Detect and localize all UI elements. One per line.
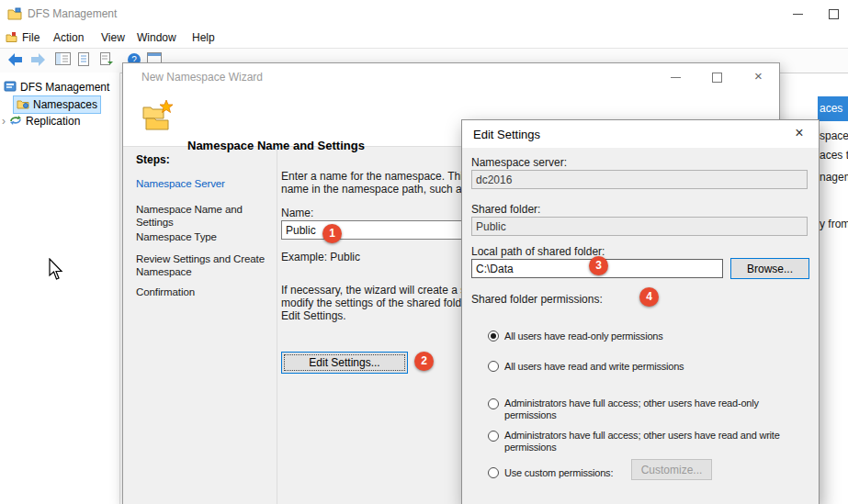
annotation-badge-1: 1: [322, 224, 342, 243]
shared-folder-label: Shared folder:: [471, 203, 540, 216]
mouse-cursor: [49, 258, 63, 283]
wizard-titlebar: New Namespace Wizard ×: [123, 63, 779, 91]
tree-item-namespaces[interactable]: Namespaces: [13, 95, 101, 114]
customize-button: Customize...: [631, 459, 712, 480]
console-menu-icon: [6, 31, 17, 46]
chevron-right-icon[interactable]: ›: [2, 116, 6, 127]
name-label: Name:: [281, 207, 313, 219]
export-list-icon[interactable]: [99, 52, 116, 68]
permissions-label: Shared folder permissions:: [471, 293, 603, 306]
radio-read-only[interactable]: [488, 330, 499, 342]
tree-item-dfs-management[interactable]: DFS Management: [4, 79, 109, 95]
details-text-fragment: aces t...: [820, 149, 848, 162]
annotation-badge-3: 3: [589, 256, 608, 275]
wizard-steps-panel: Steps: Namespace Server Namespace Name a…: [123, 146, 277, 504]
wizard-close-button[interactable]: ×: [738, 63, 779, 91]
edit-settings-dialog: Edit Settings × Namespace server: Shared…: [461, 119, 820, 504]
forward-icon[interactable]: [29, 52, 46, 68]
annotation-badge-2: 2: [414, 352, 434, 371]
step-confirmation: Confirmation: [136, 286, 272, 298]
step-namespace-name-and-settings: Namespace Name and Settings: [136, 203, 272, 229]
details-pane-banner-fragment: aces: [818, 96, 848, 121]
console-tree: DFS Management Namespaces › Replication: [0, 73, 120, 504]
wizard-intro-text: Enter a name for the namespace. This na …: [281, 170, 484, 196]
properties-icon[interactable]: [77, 52, 94, 68]
namespace-server-label: Namespace server:: [471, 156, 567, 169]
back-icon[interactable]: [7, 52, 24, 68]
example-text: Example: Public: [281, 251, 360, 263]
step-namespace-type: Namespace Type: [136, 230, 272, 243]
edit-settings-close-button[interactable]: ×: [780, 120, 819, 148]
namespace-server-input: [471, 170, 808, 189]
window-title: DFS Management: [28, 7, 117, 20]
edit-settings-button[interactable]: Edit Settings...: [281, 352, 408, 374]
browse-button[interactable]: Browse...: [730, 258, 809, 279]
menu-help[interactable]: Help: [188, 31, 219, 44]
radio-admin-full-users-read-only-label[interactable]: Administrators have full access; other u…: [504, 398, 817, 421]
tree-item-replication[interactable]: › Replication: [2, 113, 80, 129]
radio-read-write-label[interactable]: All users have read and write permission…: [504, 361, 817, 373]
wizard-maximize-button[interactable]: [696, 63, 738, 91]
edit-settings-title: Edit Settings: [473, 128, 540, 141]
details-text-fragment: nagem...: [820, 171, 848, 184]
local-path-label: Local path of shared folder:: [471, 245, 605, 258]
show-hide-console-tree-icon[interactable]: [55, 52, 72, 68]
shared-folder-input: [471, 217, 808, 236]
radio-read-write[interactable]: [488, 361, 499, 372]
annotation-badge-4: 4: [639, 287, 659, 307]
wizard-note-text: If necessary, the wizard will create a s…: [281, 284, 482, 322]
screen: DFS Management File Action View Window H…: [0, 0, 848, 504]
menu-file[interactable]: File: [18, 31, 43, 44]
menu-action[interactable]: Action: [50, 31, 87, 44]
menu-view[interactable]: View: [97, 31, 129, 44]
details-text-fragment: y from: [820, 218, 848, 230]
namespace-wizard-icon: [138, 98, 175, 138]
maximize-button[interactable]: [818, 0, 848, 28]
menu-window[interactable]: Window: [133, 31, 180, 44]
step-review-settings: Review Settings and Create Namespace: [136, 252, 272, 278]
main-titlebar: DFS Management: [0, 0, 848, 28]
wizard-title: New Namespace Wizard: [141, 71, 263, 84]
dfs-root-icon: [4, 80, 17, 95]
dfs-console-icon: [7, 6, 22, 24]
namespaces-icon: [17, 98, 29, 112]
edit-settings-titlebar: Edit Settings ×: [462, 120, 819, 148]
minimize-button[interactable]: [783, 0, 814, 28]
wizard-minimize-button[interactable]: [655, 63, 696, 91]
replication-icon: [9, 115, 22, 129]
radio-admin-full-users-read-write[interactable]: [488, 431, 499, 442]
radio-read-only-label[interactable]: All users have read-only permissions: [504, 330, 817, 342]
radio-admin-full-users-read-write-label[interactable]: Administrators have full access; other u…: [504, 430, 817, 454]
radio-admin-full-users-read-only[interactable]: [488, 398, 499, 409]
details-text-fragment: space...: [820, 129, 848, 142]
step-namespace-server[interactable]: Namespace Server: [136, 177, 272, 190]
radio-custom-permissions[interactable]: [488, 467, 499, 478]
menubar: File Action View Window Help: [0, 28, 848, 48]
steps-heading: Steps:: [136, 153, 170, 166]
